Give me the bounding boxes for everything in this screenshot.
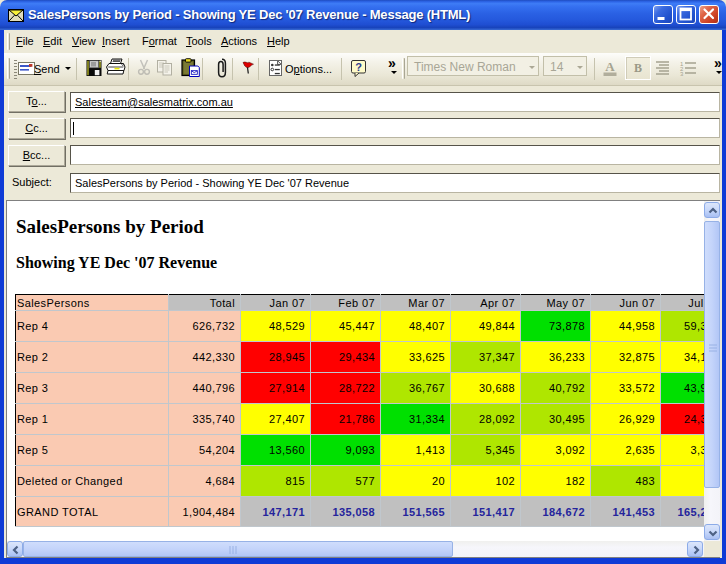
svg-text:?: ? — [355, 61, 362, 73]
svg-text:A: A — [605, 59, 615, 74]
svg-text:3: 3 — [680, 71, 684, 76]
